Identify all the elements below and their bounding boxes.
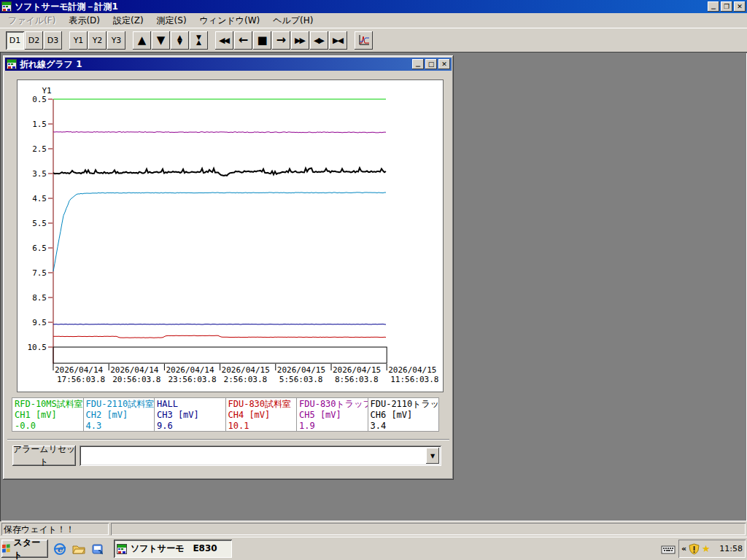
desktop: ソフトサーモ計測－計測1 — ❐ ✕ ファイル(F)表示(D)設定(Z)測定(S… <box>0 0 747 560</box>
taskbar-clock: 11:58 <box>719 544 743 553</box>
graph-close-button[interactable]: ✕ <box>438 59 450 69</box>
svg-text:8.5: 8.5 <box>32 293 47 303</box>
toolbar-scroll-up-button[interactable]: ▲ <box>133 31 151 50</box>
tray-star-icon[interactable]: ★ <box>702 543 711 554</box>
svg-text:2026/04/15: 2026/04/15 <box>388 365 436 375</box>
toolbar-scroll-down-button[interactable]: ▼ <box>152 31 170 50</box>
graph-titlebar[interactable]: 折れ線グラフ 1 — □ ✕ <box>5 58 452 71</box>
taskbar: スタート e <box>0 537 747 560</box>
svg-text:23:56:03.8: 23:56:03.8 <box>168 375 216 384</box>
statusbar: 保存ウェイト！！ <box>0 521 747 537</box>
mdi-client-area: 折れ線グラフ 1 — □ ✕ Y10.51.52.53.54.55.56.57.… <box>0 52 747 521</box>
toolbar-y3-button[interactable]: Y3 <box>107 31 125 50</box>
channel-legend: RFD-10MS試料室CH1 [mV]-0.0FDU-2110試料室CH2 [m… <box>12 397 438 432</box>
svg-text:10.5: 10.5 <box>28 343 47 352</box>
alarm-combobox[interactable]: ▼ <box>80 446 441 466</box>
folder-quicklaunch-icon[interactable] <box>71 542 86 556</box>
toolbar-d2-button[interactable]: D2 <box>25 31 43 50</box>
toolbar-d1-button[interactable]: D1 <box>6 31 24 50</box>
legend-device-name: FDU-830試料室 <box>228 399 295 410</box>
legend-channel-value: 1.9 <box>299 421 366 432</box>
menu-item-view[interactable]: 表示(D) <box>62 13 107 28</box>
graph-window-icon <box>7 59 17 69</box>
legend-cell-ch2: FDU-2110試料室CH2 [mV]4.3 <box>83 397 155 432</box>
task-button-icon <box>117 544 127 554</box>
menu-item-help[interactable]: ヘルプ(H) <box>266 13 320 28</box>
svg-text:2.5: 2.5 <box>32 144 47 154</box>
svg-text:4.5: 4.5 <box>32 194 47 203</box>
toolbar: D1D2D3Y1Y2Y3▲▼▲▼▼▲◀◀←■→▶▶◀▶▶◀ <box>0 28 747 52</box>
graph-window: 折れ線グラフ 1 — □ ✕ Y10.51.52.53.54.55.56.57.… <box>3 55 454 480</box>
toolbar-compress-vertical-button[interactable]: ▼▲ <box>190 31 208 50</box>
svg-text:3.5: 3.5 <box>32 169 47 179</box>
outlook-quicklaunch-icon[interactable] <box>90 542 105 556</box>
toolbar-y2-button[interactable]: Y2 <box>88 31 107 50</box>
legend-device-name: FDU-2110トラップ <box>371 399 438 410</box>
main-window-title: ソフトサーモ計測－計測1 <box>15 1 708 13</box>
status-message: 保存ウェイト！！ <box>1 523 109 535</box>
graph-minimize-button[interactable]: — <box>412 59 424 69</box>
toolbar-step-left-button[interactable]: ← <box>234 31 252 50</box>
svg-text:9.5: 9.5 <box>32 318 47 327</box>
keyboard-language-icon[interactable] <box>661 542 676 556</box>
legend-channel-value: -0.0 <box>15 421 82 432</box>
main-close-button[interactable]: ✕ <box>734 1 746 12</box>
system-tray: « ★ 11:58 <box>678 540 746 558</box>
toolbar-expand-horizontal-button[interactable]: ◀▶ <box>310 31 328 50</box>
legend-cell-ch1: RFD-10MS試料室CH1 [mV]-0.0 <box>12 397 84 432</box>
toolbar-stop-button[interactable]: ■ <box>253 31 271 50</box>
graph-maximize-button[interactable]: □ <box>425 59 437 69</box>
svg-text:2026/04/15: 2026/04/15 <box>277 365 325 375</box>
toolbar-fast-rewind-button[interactable]: ◀◀ <box>215 31 233 50</box>
svg-text:17:56:03.8: 17:56:03.8 <box>57 375 105 384</box>
main-restore-button[interactable]: ❐ <box>721 1 732 12</box>
status-spare-panel <box>111 523 746 535</box>
alarm-reset-button[interactable]: アラームリセット <box>12 446 76 466</box>
svg-text:2026/04/14: 2026/04/14 <box>110 365 159 375</box>
legend-channel-value: 9.6 <box>157 421 224 432</box>
svg-text:2:56:03.8: 2:56:03.8 <box>224 375 268 384</box>
toolbar-fast-forward-button[interactable]: ▶▶ <box>291 31 309 50</box>
graph-icon <box>358 34 370 46</box>
legend-cell-ch6: FDU-2110トラップCH6 [mV]3.4 <box>368 397 440 432</box>
app-icon <box>1 1 12 12</box>
combo-dropdown-button[interactable]: ▼ <box>426 448 439 464</box>
graph-window-title: 折れ線グラフ 1 <box>20 58 412 71</box>
ie-quicklaunch-icon[interactable]: e <box>53 542 67 556</box>
task-button-label: ソフトサーモ E830 <box>131 542 217 555</box>
toolbar-compress-horizontal-button[interactable]: ▶◀ <box>329 31 347 50</box>
task-button-softthermo[interactable]: ソフトサーモ E830 <box>114 540 232 558</box>
svg-text:2026/04/14: 2026/04/14 <box>55 365 104 375</box>
legend-device-name: FDU-2110試料室 <box>86 399 153 410</box>
toolbar-step-right-button[interactable]: → <box>272 31 290 50</box>
toolbar-d3-button[interactable]: D3 <box>44 31 62 50</box>
start-button-label: スタート <box>14 537 48 560</box>
toolbar-graph-settings-button[interactable] <box>355 31 373 50</box>
menu-item-settings[interactable]: 設定(Z) <box>107 13 150 28</box>
main-titlebar[interactable]: ソフトサーモ計測－計測1 — ❐ ✕ <box>0 0 747 13</box>
graph-window-content: Y10.51.52.53.54.55.56.57.58.59.510.52026… <box>5 71 452 478</box>
toolbar-expand-vertical-button[interactable]: ▲▼ <box>171 31 189 50</box>
tray-expand-chevron[interactable]: « <box>681 544 686 553</box>
svg-text:7.5: 7.5 <box>32 268 47 278</box>
svg-text:5:56:03.8: 5:56:03.8 <box>279 375 323 384</box>
legend-cell-ch4: FDU-830試料室CH4 [mV]10.1 <box>225 397 298 432</box>
svg-text:2026/04/14: 2026/04/14 <box>166 365 214 375</box>
start-button[interactable]: スタート <box>1 540 48 558</box>
menu-item-measure[interactable]: 測定(S) <box>150 13 193 28</box>
legend-cell-ch3: HALLCH3 [mV]9.6 <box>154 397 226 432</box>
legend-channel-label: CH2 [mV] <box>86 410 153 421</box>
svg-text:2026/04/15: 2026/04/15 <box>333 365 381 375</box>
separator <box>7 439 449 440</box>
toolbar-y1-button[interactable]: Y1 <box>69 31 88 50</box>
legend-device-name: FDU-830トラップ <box>299 399 366 410</box>
security-shield-icon[interactable] <box>689 543 700 555</box>
legend-channel-label: CH5 [mV] <box>299 410 366 421</box>
windows-logo-icon <box>1 544 12 553</box>
main-minimize-button[interactable]: — <box>708 1 719 12</box>
svg-text:5.5: 5.5 <box>32 219 47 228</box>
legend-channel-value: 4.3 <box>86 421 153 432</box>
menu-item-window[interactable]: ウィンドウ(W) <box>193 13 267 28</box>
menu-item-file[interactable]: ファイル(F) <box>1 13 62 28</box>
legend-channel-label: CH1 [mV] <box>15 410 82 421</box>
